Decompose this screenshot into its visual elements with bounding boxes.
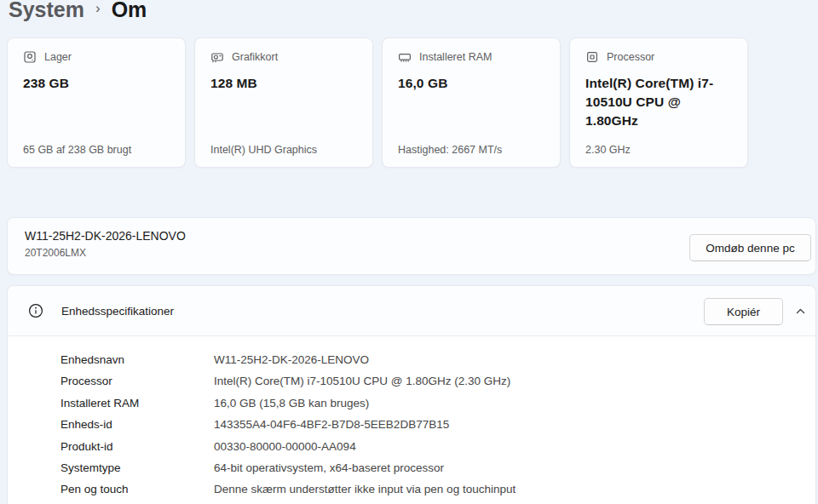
card-graphics[interactable]: Grafikkort 128 MB Intel(R) UHD Graphics: [194, 37, 373, 168]
spec-label: Installeret RAM: [60, 392, 214, 414]
spec-row-device-id: Enheds-id 143355A4-04F6-4BF2-B7D8-5EEB2D…: [60, 414, 815, 435]
device-name-card: W11-25H2-DK-2026-LENOVO 20T2006LMX Omdøb…: [7, 217, 816, 275]
spec-row-ram: Installeret RAM 16,0 GB (15,8 GB kan bru…: [60, 392, 815, 414]
card-storage[interactable]: Lager 238 GB 65 GB af 238 GB brugt: [7, 37, 186, 168]
device-specs-header[interactable]: Enhedsspecifikationer Kopiér: [8, 286, 815, 336]
breadcrumb-separator-icon: ›: [95, 0, 101, 23]
device-name: W11-25H2-DK-2026-LENOVO: [25, 229, 186, 243]
cpu-icon: [585, 50, 599, 64]
device-specs-table: Enhedsnavn W11-25H2-DK-2026-LENOVO Proce…: [8, 336, 815, 501]
card-label: Grafikkort: [232, 51, 278, 63]
settings-about-page: System › Om Lager 238 GB 65 GB af 238 GB…: [0, 0, 818, 504]
card-value: Intel(R) Core(TM) i7-10510U CPU @ 1.80GH…: [585, 74, 732, 130]
breadcrumb: System › Om: [9, 0, 147, 24]
spec-value: W11-25H2-DK-2026-LENOVO: [214, 349, 369, 370]
spec-value: 143355A4-04F6-4BF2-B7D8-5EEB2DB77B15: [214, 414, 449, 435]
summary-cards: Lager 238 GB 65 GB af 238 GB brugt Grafi…: [7, 37, 748, 168]
rename-pc-button[interactable]: Omdøb denne pc: [689, 234, 811, 261]
card-value: 238 GB: [23, 74, 170, 93]
copy-button[interactable]: Kopiér: [704, 298, 783, 325]
spec-label: Produkt-id: [60, 436, 214, 457]
card-processor[interactable]: Processor Intel(R) Core(TM) i7-10510U CP…: [569, 37, 748, 168]
spec-label: Pen og touch: [60, 478, 214, 500]
spec-row-device-name: Enhedsnavn W11-25H2-DK-2026-LENOVO: [60, 349, 815, 370]
spec-row-processor: Processor Intel(R) Core(TM) i7-10510U CP…: [60, 370, 815, 392]
card-label: Lager: [44, 51, 72, 63]
gpu-icon: [210, 50, 224, 64]
card-value: 16,0 GB: [398, 74, 544, 93]
card-value: 128 MB: [210, 74, 357, 93]
device-specs-title: Enhedsspecifikationer: [61, 305, 174, 318]
spec-value: 16,0 GB (15,8 GB kan bruges): [214, 392, 369, 414]
card-caption: Intel(R) UHD Graphics: [210, 144, 357, 156]
page-title: Om: [112, 0, 147, 24]
card-caption: 65 GB af 238 GB brugt: [23, 144, 170, 156]
info-icon: [28, 303, 43, 318]
device-specs-expander: Enhedsspecifikationer Kopiér Enhedsnavn …: [7, 285, 816, 504]
chevron-up-icon[interactable]: [794, 305, 807, 318]
card-label: Installeret RAM: [419, 51, 492, 63]
spec-label: Processor: [60, 370, 214, 392]
ram-icon: [398, 50, 412, 64]
spec-value: Denne skærm understøtter ikke input via …: [214, 478, 516, 500]
spec-row-pen-touch: Pen og touch Denne skærm understøtter ik…: [60, 478, 815, 500]
spec-row-product-id: Produkt-id 00330-80000-00000-AA094: [60, 436, 815, 457]
spec-label: Enheds-id: [60, 414, 214, 435]
device-model: 20T2006LMX: [25, 247, 86, 259]
spec-label: Enhedsnavn: [60, 349, 214, 370]
card-storage-header: Lager: [23, 50, 170, 64]
card-processor-header: Processor: [585, 50, 732, 64]
spec-value: 00330-80000-00000-AA094: [214, 436, 356, 457]
card-label: Processor: [607, 51, 654, 63]
card-caption: 2.30 GHz: [585, 144, 732, 156]
card-graphics-header: Grafikkort: [210, 50, 357, 64]
card-ram[interactable]: Installeret RAM 16,0 GB Hastighed: 2667 …: [382, 37, 561, 168]
spec-label: Systemtype: [60, 457, 214, 478]
spec-value: Intel(R) Core(TM) i7-10510U CPU @ 1.80GH…: [214, 370, 510, 392]
card-ram-header: Installeret RAM: [398, 50, 544, 64]
breadcrumb-system[interactable]: System: [9, 0, 84, 24]
spec-row-system-type: Systemtype 64-bit operativsystem, x64-ba…: [60, 457, 815, 478]
spec-value: 64-bit operativsystem, x64-baseret proce…: [214, 457, 444, 478]
card-caption: Hastighed: 2667 MT/s: [398, 144, 544, 156]
storage-icon: [23, 50, 37, 64]
